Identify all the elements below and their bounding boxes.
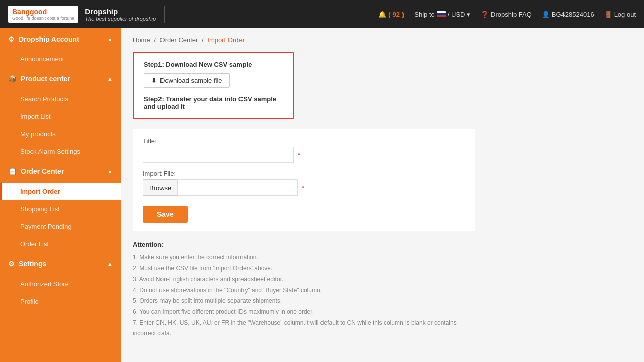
import-file-wrap: Browse * [143,179,465,196]
sidebar-item-search-products[interactable]: Search Products [0,90,121,108]
logout-label: Log out [614,11,636,18]
sidebar-section-product-label: Product center [21,75,70,83]
header-right: 🔔 (92) Ship to / USD ▾ ❓ Dropship FAQ 👤 … [378,11,636,18]
notification-count: ( [388,11,390,18]
faq-button[interactable]: ❓ Dropship FAQ [480,11,532,18]
ship-to-label: Ship to [414,11,434,18]
attention-item-5: 5. Orders may be split into multiple sep… [133,296,475,307]
sidebar-section-dropship-account[interactable]: ⚙ Dropship Account ▲ [0,28,121,50]
step2-text: Transfer your data into CSV sample and u… [144,95,276,110]
sidebar-section-settings-label: Settings [19,260,46,268]
import-file-row: Import File: Browse * [143,170,465,196]
logout-icon: 🚪 [604,11,612,18]
breadcrumb: Home / Order Center / Import Order [133,36,632,44]
attention-item-6: 6. You can import five different product… [133,307,475,318]
logo-area: Banggood Good life doesn't cost a fortun… [8,6,165,23]
sidebar-item-announcement[interactable]: Announcement [0,50,121,68]
question-icon: ❓ [480,11,489,18]
download-label: Download sample file [160,77,222,84]
title-input-wrap: * [143,147,465,163]
breadcrumb-current: Import Order [207,36,245,44]
sidebar-section-settings[interactable]: ⚙ Settings ▲ [0,253,121,275]
sidebar-item-authorized-store[interactable]: Authorized Store [0,275,121,293]
settings-icon: ⚙ [8,260,15,268]
chevron-up-icon4: ▲ [107,261,113,267]
import-form: Title: * Import File: Browse * Save [133,129,475,231]
title-required: * [298,151,300,159]
step2-label: Step2: Transfer your data into CSV sampl… [144,95,283,110]
ship-to-selector[interactable]: Ship to / USD ▾ [414,11,470,18]
attention-item-2: 2. Must use the CSV file from 'Import Or… [133,263,475,275]
step2-bold: Step2: [144,95,164,103]
currency-label: / USD ▾ [448,11,470,18]
attention-item-4: 4. Do not use abbreviations in the "Coun… [133,285,475,296]
order-icon: 📋 [8,167,17,175]
step1-label: Step1: Download New CSV sample [144,61,283,68]
logo-box: Banggood Good life doesn't cost a fortun… [8,6,78,23]
sidebar-section-order-center[interactable]: 📋 Order Center ▲ [0,160,121,183]
browse-button[interactable]: Browse [143,179,177,196]
step1-bold: Step1: [144,61,164,68]
attention-title: Attention: [133,241,475,248]
brand-sub: The best supplier of dropship [85,16,156,22]
brand-title: Dropship [85,7,156,16]
attention-list: 1. Make sure you enter the correct infor… [133,252,475,339]
layout: ⚙ Dropship Account ▲ Announcement 📦 Prod… [0,28,644,362]
user-icon: 👤 [542,11,550,18]
attention-item-7: 7. Enter CN, HK, US, UK, AU, or FR in th… [133,318,475,339]
sidebar-item-order-list[interactable]: Order List [0,235,121,253]
account-button[interactable]: 👤 BG428524016 [542,11,594,18]
logout-button[interactable]: 🚪 Log out [604,11,636,18]
notifications-button[interactable]: 🔔 (92) [378,11,404,18]
file-input-group: Browse [143,179,298,196]
notification-number: 92 [393,11,400,18]
sidebar-item-payment-pending[interactable]: Payment Pending [0,218,121,235]
chevron-up-icon3: ▲ [107,168,113,174]
brand-info: Dropship The best supplier of dropship [85,7,156,22]
sidebar-section-order-label: Order Center [21,167,64,175]
breadcrumb-home[interactable]: Home [133,36,150,44]
chevron-up-icon2: ▲ [107,76,113,82]
header: Banggood Good life doesn't cost a fortun… [0,0,644,28]
sidebar-item-profile[interactable]: Profile [0,293,121,310]
attention-section: Attention: 1. Make sure you enter the co… [133,241,475,339]
step1-text: Download New CSV sample [166,61,252,68]
account-id: BG428524016 [552,11,594,18]
logo-text: Banggood [12,8,47,16]
sidebar-item-my-products[interactable]: My products [0,125,121,143]
sidebar-item-stock-alarm[interactable]: Stock Alarm Settings [0,143,121,160]
file-required: * [302,184,304,192]
bell-icon: 🔔 [378,11,386,18]
download-sample-button[interactable]: ⬇ Download sample file [144,73,230,88]
download-icon: ⬇ [151,77,157,84]
title-row: Title: * [143,137,465,163]
gear-icon: ⚙ [8,35,15,43]
import-file-label: Import File: [143,170,465,177]
chevron-up-icon: ▲ [107,36,113,42]
logo-sub: Good life doesn't cost a fortune [12,16,74,21]
sidebar-section-dropship-label: Dropship Account [19,35,79,43]
sidebar-section-product-center[interactable]: 📦 Product center ▲ [0,68,121,90]
attention-item-3: 3. Avoid Non-English characters and spre… [133,274,475,285]
sidebar: ⚙ Dropship Account ▲ Announcement 📦 Prod… [0,28,121,362]
title-input[interactable] [143,147,294,163]
box-icon: 📦 [8,75,17,83]
step-box: Step1: Download New CSV sample ⬇ Downloa… [133,52,294,119]
save-button[interactable]: Save [143,206,188,223]
faq-label: Dropship FAQ [491,11,532,18]
file-name-input[interactable] [177,179,298,196]
title-label: Title: [143,137,465,145]
sidebar-item-import-list[interactable]: Import List [0,108,121,125]
attention-item-1: 1. Make sure you enter the correct infor… [133,252,475,263]
sidebar-item-import-order[interactable]: Import Order [0,183,121,200]
breadcrumb-order-center[interactable]: Order Center [160,36,198,44]
sidebar-item-shopping-list[interactable]: Shopping List [0,200,121,218]
flag-icon [437,11,446,17]
main-content: Home / Order Center / Import Order Step1… [121,28,644,362]
